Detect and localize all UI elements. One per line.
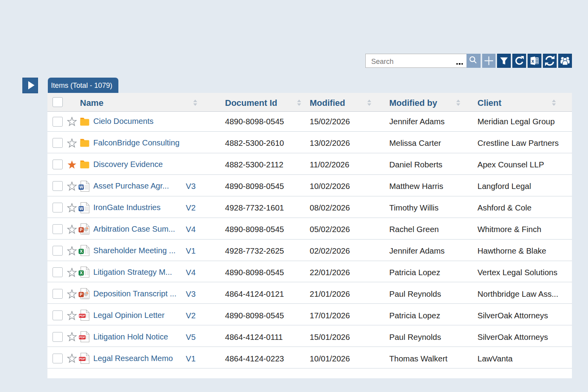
svg-text:W: W — [79, 206, 83, 211]
svg-text:X: X — [80, 249, 83, 254]
svg-text:P: P — [80, 292, 83, 297]
svg-text:PDF: PDF — [79, 314, 85, 318]
svg-text:X: X — [80, 271, 83, 276]
svg-text:P: P — [80, 228, 83, 232]
svg-text:x: x — [532, 58, 534, 64]
svg-text:PDF: PDF — [79, 336, 85, 339]
svg-text:W: W — [79, 185, 83, 189]
svg-text:PDF: PDF — [79, 357, 85, 361]
